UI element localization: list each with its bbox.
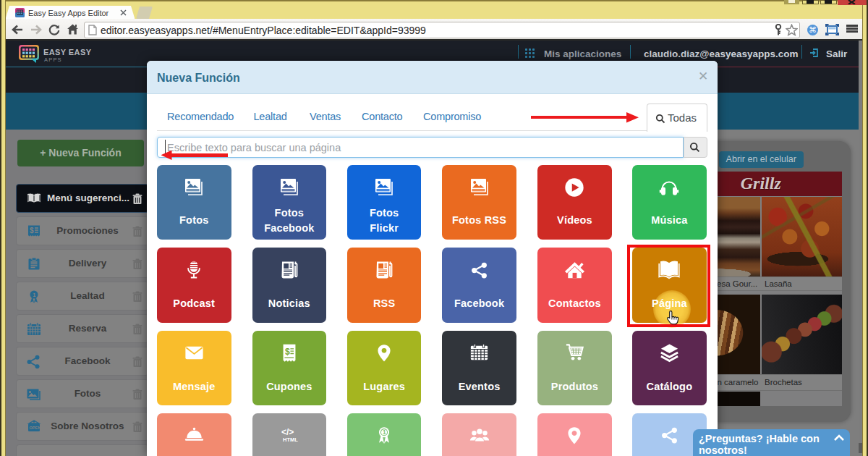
svg-text:$: $ [285, 347, 290, 357]
svg-text:1: 1 [383, 428, 386, 436]
svg-text:HTML: HTML [283, 436, 298, 443]
svg-text:$: $ [30, 226, 34, 234]
svg-text:</>: </> [281, 427, 294, 437]
